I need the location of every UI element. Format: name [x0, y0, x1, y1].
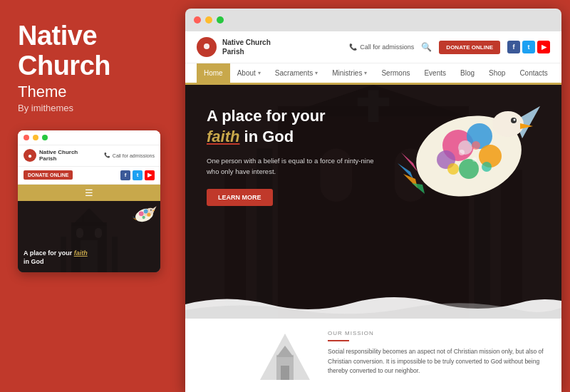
site-phone-text: Call for admissions: [360, 43, 414, 51]
mission-icon: [256, 330, 314, 383]
nav-about[interactable]: About ▾: [230, 63, 268, 83]
mobile-logo-icon: ●: [24, 149, 36, 162]
site-header-right: 📞 Call for admissions 🔍 DONATE ONLINE f …: [349, 41, 550, 54]
mobile-phone: 📞 Call for admissions: [104, 153, 155, 158]
site-donate-button[interactable]: DONATE ONLINE: [439, 41, 500, 54]
nav-ministries-chevron: ▾: [364, 70, 367, 76]
mobile-logo: ● Native Church Parish: [24, 149, 78, 163]
site-logo-icon: [197, 37, 217, 57]
mission-divider: [328, 340, 349, 341]
mobile-donate-btn[interactable]: DONATE ONLINE: [24, 170, 73, 180]
site-hero-cta-button[interactable]: LEARN MORE: [207, 189, 273, 206]
svg-point-12: [139, 211, 144, 216]
nav-blog[interactable]: Blog: [453, 63, 482, 83]
nav-ministries[interactable]: Ministries ▾: [325, 63, 374, 83]
mobile-menu-bar: ☰: [18, 185, 160, 201]
hamburger-icon[interactable]: ☰: [85, 188, 93, 197]
site-twitter-icon[interactable]: t: [522, 41, 535, 53]
svg-point-18: [150, 210, 152, 211]
svg-point-51: [514, 119, 516, 121]
site-nav: Home About ▾ Sacraments ▾ Ministries ▾ S…: [185, 63, 561, 85]
theme-title-line2: Church: [18, 51, 162, 81]
mission-text: OUR MISSION Social responsibility become…: [328, 330, 547, 376]
svg-point-49: [492, 111, 524, 137]
mobile-hero-title-line2: in God: [24, 257, 155, 267]
svg-point-24: [204, 43, 209, 49]
site-hero-subtitle: One person with a belief is equal to a f…: [207, 155, 378, 177]
website-content: Native Church Parish 📞 Call for admissio…: [185, 31, 561, 392]
nav-home[interactable]: Home: [197, 63, 230, 83]
search-icon[interactable]: 🔍: [421, 42, 432, 52]
svg-point-41: [459, 159, 479, 179]
nav-sacraments-chevron: ▾: [315, 70, 318, 76]
svg-rect-62: [281, 366, 289, 380]
mission-body: Social responsibility becomes an aspect …: [328, 347, 547, 376]
site-logo-text: Native Church Parish: [222, 38, 271, 56]
svg-marker-54: [398, 163, 413, 179]
mobile-facebook-icon[interactable]: f: [120, 170, 130, 180]
phone-icon: 📞: [349, 43, 357, 51]
site-hero-bird: [398, 92, 540, 220]
hero-title-faith: faith: [207, 128, 239, 145]
browser-mockup: Native Church Parish 📞 Call for admissio…: [185, 9, 561, 392]
site-youtube-icon[interactable]: ▶: [537, 41, 550, 53]
mobile-hero-text: A place for your faith in God: [24, 249, 155, 267]
svg-point-58: [472, 158, 477, 162]
theme-by: By imithemes: [18, 103, 162, 113]
mobile-titlebar: [18, 130, 160, 145]
theme-subtitle: Theme: [18, 83, 162, 101]
nav-about-chevron: ▾: [258, 70, 261, 76]
dot-red: [24, 135, 29, 140]
site-phone: 📞 Call for admissions: [349, 43, 414, 51]
nav-shop[interactable]: Shop: [482, 63, 512, 83]
mobile-youtube-icon[interactable]: ▶: [145, 170, 155, 180]
site-hero: A place for your faith in God One person…: [185, 85, 561, 319]
theme-title: Native Church Theme By imithemes: [18, 21, 162, 113]
mobile-hero: A place for your faith in God: [18, 201, 160, 272]
svg-point-13: [144, 209, 148, 213]
mobile-social-icons: f t ▶: [120, 170, 155, 180]
site-hero-title: A place for your faith in God: [207, 106, 378, 147]
svg-rect-64: [281, 351, 289, 354]
mission-tag: OUR MISSION: [328, 330, 547, 336]
svg-point-14: [147, 212, 150, 216]
phone-icon: 📞: [104, 153, 110, 158]
mobile-donate-bar: DONATE ONLINE f t ▶: [18, 167, 160, 185]
site-header: Native Church Parish 📞 Call for admissio…: [185, 31, 561, 63]
mobile-site-header: ● Native Church Parish 📞 Call for admiss…: [18, 145, 160, 167]
nav-sacraments[interactable]: Sacraments ▾: [268, 63, 325, 83]
mobile-phone-text: Call for admissions: [113, 153, 155, 158]
site-hero-content: A place for your faith in God One person…: [185, 85, 392, 220]
site-social-icons: f t ▶: [507, 41, 550, 53]
mobile-preview-card: ● Native Church Parish 📞 Call for admiss…: [18, 130, 160, 272]
nav-sermons[interactable]: Sermons: [374, 63, 417, 83]
svg-point-57: [459, 150, 465, 155]
svg-point-15: [142, 216, 145, 219]
mobile-logo-text: Native Church Parish: [39, 149, 78, 163]
svg-point-46: [447, 163, 459, 175]
mobile-hero-faith: faith: [74, 249, 88, 257]
dot-yellow: [33, 135, 38, 140]
nav-contacts[interactable]: Contacts: [512, 63, 554, 83]
mobile-twitter-icon[interactable]: t: [133, 170, 142, 180]
site-mission: OUR MISSION Social responsibility become…: [185, 319, 561, 392]
svg-marker-56: [412, 183, 425, 194]
browser-dot-yellow: [205, 16, 212, 24]
hero-wave: [185, 290, 561, 319]
browser-dot-red: [194, 16, 201, 24]
browser-titlebar: [185, 9, 561, 31]
left-panel: Native Church Theme By imithemes ● Nativ…: [0, 0, 177, 392]
mobile-hero-bird: [132, 205, 157, 226]
theme-title-line1: Native: [18, 21, 162, 51]
site-logo: Native Church Parish: [197, 37, 271, 57]
svg-point-45: [482, 162, 492, 172]
dot-green: [42, 135, 48, 140]
site-facebook-icon[interactable]: f: [507, 41, 520, 53]
nav-events[interactable]: Events: [417, 63, 453, 83]
hero-title-part1: A place for your: [207, 107, 326, 125]
mobile-hero-title: A place for your faith: [24, 249, 155, 258]
browser-dot-green: [217, 16, 224, 24]
svg-point-44: [472, 141, 480, 150]
hero-title-part2: in God: [244, 128, 294, 145]
